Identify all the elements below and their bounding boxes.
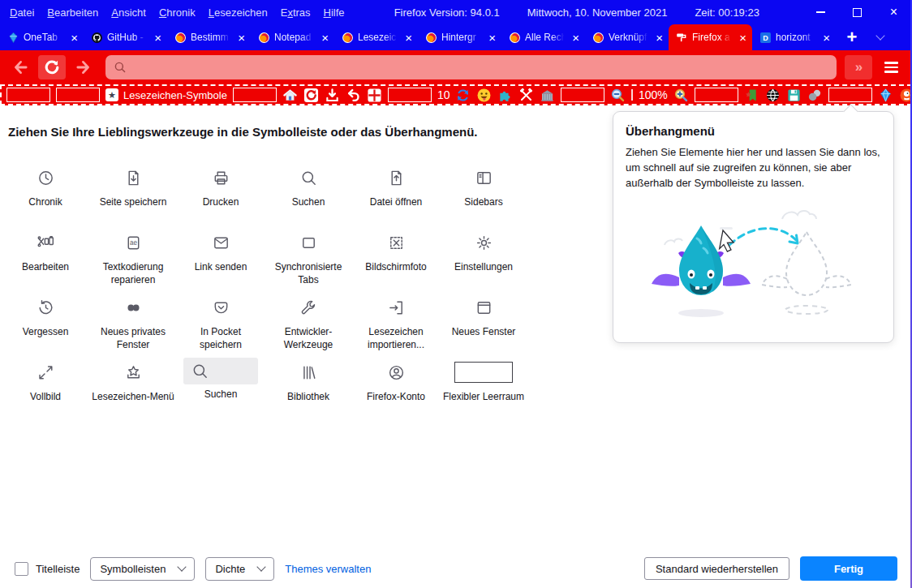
toolbar-text-100[interactable]: 100% bbox=[639, 88, 668, 101]
menu-lesezeichen[interactable]: Lesezeichen bbox=[202, 6, 274, 19]
tab-close-icon[interactable]: × bbox=[153, 32, 163, 44]
tab-close-icon[interactable]: × bbox=[487, 32, 497, 44]
toolbox-item-library[interactable]: Bibliothek bbox=[265, 354, 352, 419]
toolbar-text-10[interactable]: 10 bbox=[437, 88, 450, 101]
toolbar-drop-slot[interactable] bbox=[561, 88, 604, 102]
menu-extras[interactable]: Extras bbox=[274, 6, 317, 19]
toolbars-dropdown[interactable]: Symbolleisten bbox=[90, 557, 195, 581]
globe-bw-icon[interactable] bbox=[765, 88, 781, 103]
maximize-button[interactable] bbox=[839, 0, 875, 24]
restore-defaults-button[interactable]: Standard wiederherstellen bbox=[644, 557, 789, 580]
menu-ansicht[interactable]: Ansicht bbox=[105, 6, 153, 19]
toolbar-drop-slot[interactable] bbox=[56, 88, 100, 102]
toolbox-item-firefox-account[interactable]: Firefox-Konto bbox=[352, 354, 440, 419]
download-icon[interactable] bbox=[325, 88, 340, 103]
toolbox-item-open-file[interactable]: Datei öffnen bbox=[352, 160, 440, 225]
tab-bestimm[interactable]: Bestimm × bbox=[167, 24, 251, 50]
tab-verkn-pf[interactable]: Verknüpf × bbox=[585, 24, 669, 50]
zoom-in-icon[interactable] bbox=[673, 88, 689, 103]
toolbox-item-new-private-window[interactable]: Neues privates Fenster bbox=[89, 290, 177, 354]
grid-red-icon[interactable] bbox=[367, 88, 382, 103]
back-button[interactable] bbox=[6, 55, 34, 79]
close-button[interactable]: × bbox=[875, 0, 912, 24]
undo-icon[interactable] bbox=[346, 88, 361, 103]
reload-button[interactable] bbox=[38, 55, 66, 79]
toolbar-drop-slot[interactable] bbox=[388, 88, 432, 102]
toolbar-drop-slot[interactable] bbox=[695, 88, 738, 102]
menu-bearbeiten[interactable]: Bearbeiten bbox=[41, 6, 105, 19]
toolbox-item-forget[interactable]: Vergessen bbox=[2, 290, 89, 354]
floppy-icon[interactable] bbox=[786, 88, 802, 103]
bookmark-green-icon[interactable] bbox=[744, 88, 759, 103]
density-dropdown[interactable]: Dichte bbox=[205, 557, 274, 581]
toolbox-item-save-page[interactable]: Seite speichern bbox=[89, 160, 177, 225]
tab-horizont[interactable]: D horizont × bbox=[752, 24, 836, 50]
tab-hintergr[interactable]: Hintergr × bbox=[418, 24, 501, 50]
bookmarks-folder-lesezeichen-symbole[interactable]: ★ Lesezeichen-Symbole bbox=[105, 88, 227, 101]
toolbox-item-pocket[interactable]: In Pocket speichern bbox=[177, 290, 265, 354]
manage-themes-link[interactable]: Themes verwalten bbox=[285, 563, 371, 575]
new-tab-button[interactable]: + bbox=[836, 24, 868, 50]
tab-github[interactable]: GitHub - × bbox=[84, 24, 167, 50]
toolbox-item-devtools[interactable]: Entwickler-Werkzeuge bbox=[265, 290, 352, 354]
sync-blue-icon[interactable] bbox=[455, 88, 471, 103]
menu-datei[interactable]: Datei bbox=[3, 6, 41, 19]
spheres-icon[interactable] bbox=[807, 88, 823, 103]
density-dropdown-label: Dichte bbox=[215, 563, 245, 575]
overflow-panel-dropzone[interactable]: Überhangmenü Ziehen Sie Elemente hier he… bbox=[613, 111, 894, 343]
tab-close-icon[interactable]: × bbox=[570, 32, 581, 44]
tab-firefox-a[interactable]: Firefox a × bbox=[669, 24, 752, 50]
toolbox-item-text-encoding[interactable]: aeTextkodierung reparieren bbox=[89, 225, 177, 290]
building-icon[interactable] bbox=[540, 88, 555, 103]
menu-hilfe[interactable]: Hilfe bbox=[317, 6, 351, 19]
tab-close-icon[interactable]: × bbox=[320, 32, 330, 44]
bookmarks-toolbar[interactable]: ★ Lesezeichen-Symbole10100%UO0 bbox=[0, 84, 912, 105]
toolbox-item-history[interactable]: Chronik bbox=[2, 160, 89, 225]
tab-onetab[interactable]: OneTab × bbox=[0, 24, 84, 50]
tab-close-icon[interactable]: × bbox=[654, 32, 665, 44]
tab-close-icon[interactable]: × bbox=[236, 32, 247, 44]
toolbox-item-new-window[interactable]: Neues Fenster bbox=[440, 290, 527, 354]
toolbox-item-label: Flexibler Leerraum bbox=[443, 391, 524, 404]
toolbar-drop-slot[interactable] bbox=[233, 88, 277, 102]
list-all-tabs-button[interactable] bbox=[868, 24, 893, 50]
home-icon[interactable] bbox=[282, 88, 298, 103]
toolbox-item-screenshot[interactable]: Bildschirmfoto bbox=[352, 225, 440, 290]
reload-red-icon[interactable] bbox=[303, 88, 319, 103]
tab-lesezeich[interactable]: Lesezeich × bbox=[334, 24, 418, 50]
zoom-out-icon[interactable] bbox=[610, 88, 626, 103]
titlebar-checkbox[interactable] bbox=[15, 562, 28, 576]
toolbox-item-print[interactable]: Drucken bbox=[177, 160, 265, 225]
toolbox-item-email-link[interactable]: Link senden bbox=[177, 225, 265, 290]
toolbox-item-sidebars[interactable]: Sidebars bbox=[440, 160, 527, 225]
overflow-menu-button[interactable]: » bbox=[845, 55, 872, 79]
gem-icon[interactable] bbox=[878, 88, 893, 103]
app-menu-button[interactable] bbox=[876, 55, 906, 79]
tab-close-icon[interactable]: × bbox=[403, 32, 414, 44]
tab-close-icon[interactable]: × bbox=[821, 32, 832, 44]
tab-close-icon[interactable]: × bbox=[69, 32, 80, 44]
toolbox-item-fullscreen[interactable]: Vollbild bbox=[2, 354, 89, 419]
minimize-button[interactable] bbox=[802, 0, 839, 24]
toolbox-item-settings[interactable]: Einstellungen bbox=[440, 225, 527, 290]
toolbox-item-search[interactable]: Suchen bbox=[265, 160, 352, 225]
toolbox-item-edit[interactable]: Bearbeiten bbox=[2, 225, 89, 290]
toolbox-item-flexible-space[interactable]: Flexibler Leerraum bbox=[440, 354, 527, 419]
tab-alle-rech[interactable]: Alle Rech × bbox=[501, 24, 585, 50]
toolbox-item-import-bookmarks[interactable]: Lesezeichen importieren... bbox=[352, 290, 440, 354]
tab-notepad[interactable]: Notepad × bbox=[251, 24, 334, 50]
toolbar-drop-slot[interactable] bbox=[828, 88, 872, 102]
duck-icon[interactable] bbox=[899, 88, 912, 103]
toolbar-drop-slot[interactable] bbox=[6, 88, 50, 102]
urlbar[interactable] bbox=[105, 55, 837, 79]
done-button[interactable]: Fertig bbox=[800, 556, 897, 581]
toolbox-item-synced-tabs[interactable]: Synchronisierte Tabs bbox=[265, 225, 352, 290]
smiley-icon[interactable] bbox=[476, 88, 492, 103]
toolbox-item-search-bar[interactable]: Suchen bbox=[177, 354, 265, 419]
tools-icon[interactable] bbox=[518, 88, 534, 103]
puzzle-icon[interactable] bbox=[497, 88, 513, 103]
menu-chronik[interactable]: Chronik bbox=[153, 6, 202, 19]
tab-close-icon[interactable]: × bbox=[738, 32, 748, 44]
forward-button[interactable] bbox=[70, 55, 97, 79]
toolbox-item-bookmarks-menu[interactable]: Lesezeichen-Menü bbox=[89, 354, 177, 419]
